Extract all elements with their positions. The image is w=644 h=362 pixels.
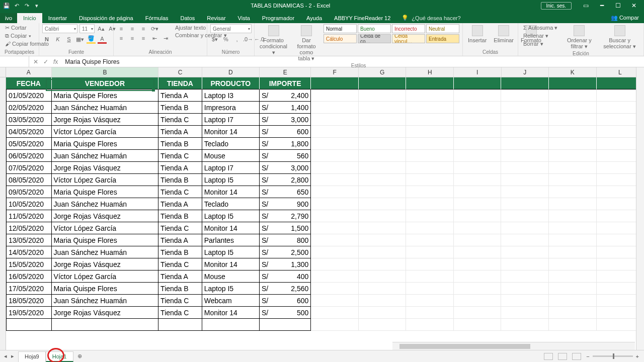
- orientation-icon[interactable]: ⟳▾: [150, 24, 159, 33]
- table-cell[interactable]: [359, 234, 407, 246]
- table-cell[interactable]: Teclado: [202, 138, 260, 150]
- table-cell[interactable]: Tienda B: [158, 283, 202, 295]
- table-cell[interactable]: [406, 102, 454, 114]
- table-cell[interactable]: [454, 114, 502, 126]
- ribbon-options-icon[interactable]: ▭: [579, 2, 593, 9]
- cancel-formula-icon[interactable]: ✕: [33, 58, 38, 65]
- table-cell[interactable]: [501, 295, 549, 307]
- table-cell[interactable]: Tienda A: [158, 162, 202, 174]
- table-cell[interactable]: [501, 126, 549, 138]
- find-select-button[interactable]: Buscar y seleccionar ▾: [599, 24, 640, 50]
- table-cell[interactable]: Maria Quispe Flores: [52, 89, 158, 102]
- table-cell[interactable]: [549, 114, 597, 126]
- sign-in-button[interactable]: Inic. ses.: [541, 2, 572, 10]
- table-cell[interactable]: [454, 138, 502, 150]
- table-cell[interactable]: [454, 210, 502, 222]
- ribbon-tab-abbyy-finereader-12[interactable]: ABBYY FineReader 12: [328, 13, 396, 23]
- autosum-button[interactable]: Σ Autosuma ▾: [521, 24, 559, 32]
- style-input[interactable]: Entrada: [426, 34, 459, 43]
- table-cell[interactable]: Tienda C: [158, 150, 202, 162]
- column-headers[interactable]: ABCDEFGHIJKL: [6, 67, 644, 77]
- table-cell[interactable]: Laptop I5: [202, 174, 260, 186]
- table-cell[interactable]: [501, 258, 549, 270]
- table-cell[interactable]: [501, 270, 549, 283]
- table-cell[interactable]: [359, 319, 407, 331]
- table-cell[interactable]: Juan Sánchez Huamán: [52, 295, 158, 307]
- table-cell[interactable]: [501, 162, 549, 174]
- table-cell[interactable]: S/2,800: [260, 174, 311, 186]
- table-cell[interactable]: 13/05/2020: [6, 234, 52, 246]
- table-cell[interactable]: [311, 210, 359, 222]
- table-header-cell[interactable]: VENDEDOR: [52, 77, 158, 89]
- table-cell[interactable]: [549, 295, 597, 307]
- table-cell[interactable]: [501, 246, 549, 258]
- vertical-scrollbar[interactable]: [636, 67, 644, 350]
- delete-cells-button[interactable]: Eliminar: [492, 24, 516, 44]
- bold-icon[interactable]: N: [42, 35, 51, 44]
- table-cell[interactable]: [359, 246, 407, 258]
- table-cell[interactable]: [549, 210, 597, 222]
- table-cell[interactable]: [406, 198, 454, 210]
- font-name-select[interactable]: Calibri: [42, 24, 77, 33]
- table-cell[interactable]: Víctor López García: [52, 222, 158, 234]
- number-format-select[interactable]: General: [210, 24, 252, 33]
- table-cell[interactable]: [501, 222, 549, 234]
- increase-decimal-icon[interactable]: .0→: [244, 35, 253, 44]
- table-cell[interactable]: Tienda B: [158, 102, 202, 114]
- table-cell[interactable]: Laptop I5: [202, 246, 260, 258]
- italic-icon[interactable]: K: [53, 35, 62, 44]
- normal-view-button[interactable]: [544, 353, 553, 360]
- ribbon-tab-datos[interactable]: Datos: [175, 13, 201, 23]
- table-cell[interactable]: [549, 162, 597, 174]
- close-button[interactable]: ✕: [627, 2, 641, 9]
- ribbon-tab-revisar[interactable]: Revisar: [201, 13, 231, 23]
- table-cell[interactable]: [311, 162, 359, 174]
- table-cell[interactable]: [359, 307, 407, 319]
- table-cell[interactable]: Tienda C: [158, 307, 202, 319]
- table-cell[interactable]: [549, 246, 597, 258]
- save-icon[interactable]: 💾: [3, 2, 10, 9]
- table-header-cell[interactable]: IMPORTE: [260, 77, 311, 89]
- table-cell[interactable]: [454, 174, 502, 186]
- table-cell[interactable]: [454, 246, 502, 258]
- table-cell[interactable]: Maria Quispe Flores: [52, 234, 158, 246]
- table-cell[interactable]: 19/05/2020: [6, 307, 52, 319]
- table-cell[interactable]: [501, 174, 549, 186]
- insert-cells-button[interactable]: Insertar: [466, 24, 489, 44]
- table-cell[interactable]: Juan Sánchez Huamán: [52, 246, 158, 258]
- table-cell[interactable]: [359, 150, 407, 162]
- table-cell[interactable]: [311, 114, 359, 126]
- table-cell[interactable]: [501, 150, 549, 162]
- accounting-format-icon[interactable]: $▾: [210, 35, 219, 44]
- table-cell[interactable]: Juan Sánchez Huamán: [52, 102, 158, 114]
- fill-color-icon[interactable]: 🪣: [87, 35, 96, 44]
- table-cell[interactable]: [359, 283, 407, 295]
- table-cell[interactable]: [549, 283, 597, 295]
- style-check[interactable]: Celda de co…: [358, 34, 391, 43]
- table-cell[interactable]: S/1,400: [260, 102, 311, 114]
- table-cell[interactable]: Mouse: [202, 270, 260, 283]
- table-cell[interactable]: 07/05/2020: [6, 162, 52, 174]
- minimize-button[interactable]: ━: [595, 2, 609, 9]
- sheet-tab-hoja1[interactable]: Hoja1: [46, 351, 73, 362]
- table-header-cell[interactable]: TIENDA: [158, 77, 202, 89]
- table-header-cell[interactable]: PRODUCTO: [202, 77, 260, 89]
- sheet-nav-next-icon[interactable]: ▸: [11, 353, 14, 359]
- table-cell[interactable]: S/600: [260, 126, 311, 138]
- tell-me[interactable]: 💡 ¿Qué desea hacer?: [396, 13, 465, 23]
- ribbon-tab-disposición-de-página[interactable]: Disposición de página: [73, 13, 139, 23]
- zoom-in-icon[interactable]: +: [636, 353, 639, 359]
- table-cell[interactable]: [454, 89, 502, 102]
- table-cell[interactable]: Tienda C: [158, 114, 202, 126]
- table-cell[interactable]: [454, 258, 502, 270]
- table-cell[interactable]: 18/05/2020: [6, 295, 52, 307]
- table-cell[interactable]: [501, 210, 549, 222]
- table-cell[interactable]: Monitor 14: [202, 222, 260, 234]
- table-cell[interactable]: Víctor López García: [52, 126, 158, 138]
- table-cell[interactable]: [454, 150, 502, 162]
- table-cell[interactable]: 01/05/2020: [6, 89, 52, 102]
- style-good[interactable]: Bueno: [358, 24, 391, 33]
- table-cell[interactable]: [501, 89, 549, 102]
- table-cell[interactable]: [359, 174, 407, 186]
- table-cell[interactable]: Tienda B: [158, 174, 202, 186]
